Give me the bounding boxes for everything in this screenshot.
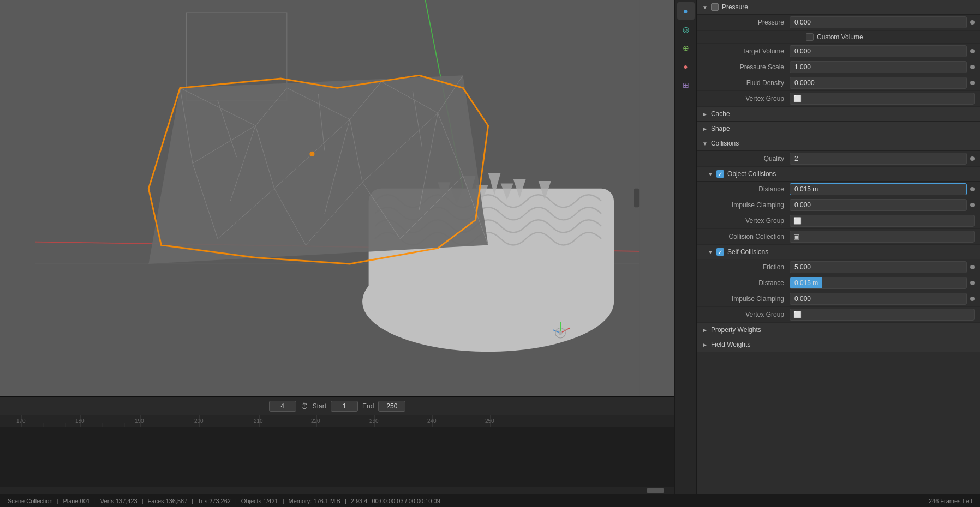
sc-friction-value[interactable]: 5.000	[790, 261, 967, 273]
pressure-vertex-group-row: Vertex Group ⬜	[697, 91, 980, 107]
property-weights-title: Property Weights	[711, 326, 761, 334]
sc-vertex-group-btn[interactable]: ⬜	[790, 309, 975, 321]
timeline-ruler: 170 180 190 200 210 220	[0, 415, 674, 427]
pressure-value[interactable]: 0.000	[790, 16, 967, 28]
start-label: Start	[313, 402, 326, 410]
sc-friction-label: Friction	[702, 263, 790, 271]
viewport-and-timeline: 4 ⏱ Start 1 End 250 170 180	[0, 0, 674, 494]
oc-distance-label: Distance	[702, 185, 790, 193]
oc-vertex-icon: ⬜	[793, 217, 802, 225]
target-volume-label: Target Volume	[702, 47, 790, 55]
oc-impulse-dot	[970, 203, 975, 207]
oc-distance-value[interactable]: 0.015 m	[790, 183, 967, 195]
shape-arrow	[702, 126, 708, 132]
oc-impulse-value[interactable]: 0.000	[790, 199, 967, 211]
collisions-section-header[interactable]: Collisions	[697, 136, 980, 151]
sc-friction-row: Friction 5.000	[697, 259, 980, 275]
sc-vertex-group-row: Vertex Group ⬜	[697, 307, 980, 323]
pressure-dot	[970, 20, 975, 25]
quality-row: Quality 2	[697, 151, 980, 167]
self-collisions-checkbox[interactable]: ✓	[716, 248, 724, 256]
property-weights-arrow	[702, 327, 708, 333]
status-object: Plane.001	[61, 498, 92, 504]
cache-title: Cache	[711, 110, 730, 118]
start-frame-input[interactable]: 1	[331, 401, 358, 412]
viewport[interactable]	[0, 0, 674, 396]
status-time: 00:00:00:03 / 00:00:10:09	[369, 498, 442, 504]
cache-section-header[interactable]: Cache	[697, 107, 980, 122]
properties-content[interactable]: Pressure Pressure 0.000 Custom Volume Ta…	[697, 0, 980, 494]
status-objects: Objects:1/421	[239, 498, 280, 504]
scene-properties-icon[interactable]: ⊕	[677, 39, 695, 57]
quality-value[interactable]: 2	[790, 153, 967, 165]
self-collisions-header[interactable]: ✓ Self Collisions	[697, 245, 980, 259]
custom-volume-label: Custom Volume	[817, 33, 863, 41]
svg-text:170: 170	[16, 418, 26, 424]
main-area: 4 ⏱ Start 1 End 250 170 180	[0, 0, 980, 494]
cache-arrow	[702, 111, 708, 117]
collisions-title: Collisions	[711, 140, 739, 147]
timeline-main[interactable]	[0, 427, 674, 487]
property-weights-section-header[interactable]: Property Weights	[697, 323, 980, 337]
oc-impulse-label: Impulse Clamping	[702, 201, 790, 209]
properties-panel: ● ◎ ⊕ ● ⊞ Pressure Pressure 0.000	[674, 0, 980, 494]
oc-vertex-group-row: Vertex Group ⬜	[697, 213, 980, 229]
object-collisions-checkbox[interactable]: ✓	[716, 170, 724, 178]
svg-text:180: 180	[75, 418, 85, 424]
sc-distance-dot	[970, 281, 975, 285]
custom-volume-checkbox[interactable]	[806, 33, 814, 41]
status-verts: Verts:137,423	[98, 498, 140, 504]
sc-distance-label: Distance	[702, 279, 790, 287]
shape-title: Shape	[711, 125, 730, 132]
collisions-arrow	[702, 141, 708, 147]
fluid-density-row: Fluid Density 0.0000	[697, 75, 980, 91]
status-faces: Faces:136,587	[146, 498, 190, 504]
fluid-density-value[interactable]: 0.0000	[790, 77, 967, 89]
object-collisions-header[interactable]: ✓ Object Collisions	[697, 167, 980, 182]
timeline-scrollbar[interactable]	[0, 487, 674, 494]
output-properties-icon[interactable]: ◎	[677, 21, 695, 38]
pressure-scale-row: Pressure Scale 1.000	[697, 59, 980, 75]
timeline-scroll-thumb[interactable]	[647, 488, 664, 493]
target-volume-value[interactable]: 0.000	[790, 45, 967, 57]
sc-impulse-label: Impulse Clamping	[702, 295, 790, 303]
svg-text:250: 250	[485, 418, 494, 424]
sc-distance-row: Distance 0.015 m	[697, 275, 980, 291]
pressure-scale-dot	[970, 65, 975, 69]
svg-text:210: 210	[254, 418, 263, 424]
object-collisions-title: Object Collisions	[727, 170, 776, 178]
status-memory: Memory: 176.1 MiB	[286, 498, 343, 504]
target-volume-dot	[970, 49, 975, 53]
end-label: End	[362, 402, 374, 410]
sc-distance-value[interactable]: 0.015 m	[790, 277, 967, 289]
pressure-section-header[interactable]: Pressure	[697, 0, 980, 15]
sc-impulse-value[interactable]: 0.000	[790, 293, 967, 305]
oc-vertex-group-btn[interactable]: ⬜	[790, 215, 975, 227]
shape-section-header[interactable]: Shape	[697, 122, 980, 136]
pressure-title: Pressure	[722, 3, 748, 11]
timeline-controls: 4 ⏱ Start 1 End 250	[0, 397, 674, 415]
pressure-vertex-group-label: Vertex Group	[702, 95, 790, 102]
world-properties-icon[interactable]: ●	[677, 58, 695, 75]
pressure-arrow	[702, 4, 708, 10]
end-frame-input[interactable]: 250	[378, 401, 405, 412]
target-volume-row: Target Volume 0.000	[697, 44, 980, 59]
pressure-label: Pressure	[702, 19, 790, 26]
pressure-scale-value[interactable]: 1.000	[790, 61, 967, 73]
oc-collection-icon: ▣	[793, 233, 799, 240]
sc-vertex-group-label: Vertex Group	[702, 311, 790, 318]
oc-collision-collection-btn[interactable]: ▣	[790, 231, 975, 243]
oc-collision-collection-row: Collision Collection ▣	[697, 229, 980, 245]
pressure-icon	[711, 3, 719, 11]
field-weights-section-header[interactable]: Field Weights	[697, 337, 980, 352]
oc-distance-row: Distance 0.015 m	[697, 182, 980, 197]
current-frame-input[interactable]: 4	[269, 401, 296, 412]
oc-collision-collection-label: Collision Collection	[702, 233, 790, 240]
fluid-density-label: Fluid Density	[702, 79, 790, 87]
svg-point-43	[309, 152, 314, 156]
render-properties-icon[interactable]: ●	[677, 2, 695, 20]
pressure-scale-label: Pressure Scale	[702, 63, 790, 71]
material-properties-icon[interactable]: ⊞	[677, 76, 695, 94]
pressure-vertex-group-btn[interactable]: ⬜	[790, 93, 975, 105]
pressure-row: Pressure 0.000	[697, 15, 980, 31]
